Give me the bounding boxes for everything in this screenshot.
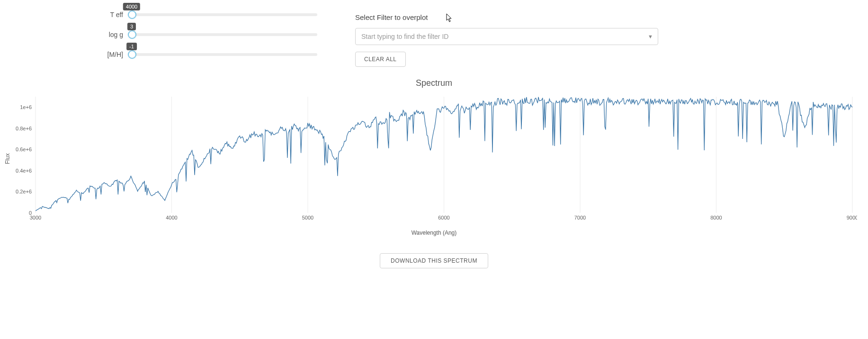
slider-teff[interactable]: 4000 [129, 13, 317, 16]
filter-label: Select Filter to overplot [355, 13, 658, 21]
x-axis-label: Wavelength (Ang) [9, 229, 859, 236]
svg-text:0.6e+6: 0.6e+6 [16, 147, 32, 152]
slider-label-mh: [M/H] [95, 51, 123, 58]
svg-text:6000: 6000 [438, 215, 449, 220]
svg-text:0.2e+6: 0.2e+6 [16, 189, 32, 194]
spectrum-chart: 300040005000600070008000900000.2e+60.4e+… [9, 92, 857, 225]
slider-logg-thumb[interactable] [128, 30, 136, 39]
svg-text:0.4e+6: 0.4e+6 [16, 168, 32, 174]
slider-mh[interactable]: -1 [129, 53, 317, 56]
slider-label-logg: log g [95, 31, 123, 38]
chart-title: Spectrum [0, 78, 868, 88]
svg-text:0: 0 [29, 210, 32, 216]
chevron-down-icon: ▼ [648, 34, 653, 39]
svg-text:0.8e+6: 0.8e+6 [16, 126, 32, 131]
svg-text:8000: 8000 [710, 215, 722, 220]
y-axis-label: Flux [4, 153, 11, 164]
download-spectrum-button[interactable]: DOWNLOAD THIS SPECTRUM [380, 253, 488, 268]
slider-mh-thumb[interactable] [128, 50, 136, 59]
slider-logg[interactable]: 3 [129, 33, 317, 36]
filter-input[interactable] [360, 32, 644, 41]
slider-mh-value: -1 [126, 43, 137, 50]
slider-label-teff: T eff [95, 11, 123, 18]
svg-text:7000: 7000 [574, 215, 586, 220]
svg-text:1e+6: 1e+6 [20, 104, 32, 110]
slider-teff-value: 4000 [123, 3, 140, 10]
svg-text:9000: 9000 [847, 215, 857, 220]
slider-logg-value: 3 [127, 23, 136, 30]
filter-select[interactable]: ▼ [355, 28, 658, 45]
svg-text:4000: 4000 [166, 215, 177, 220]
svg-text:5000: 5000 [302, 215, 313, 220]
clear-all-button[interactable]: CLEAR ALL [355, 52, 406, 67]
slider-teff-thumb[interactable] [128, 10, 136, 19]
